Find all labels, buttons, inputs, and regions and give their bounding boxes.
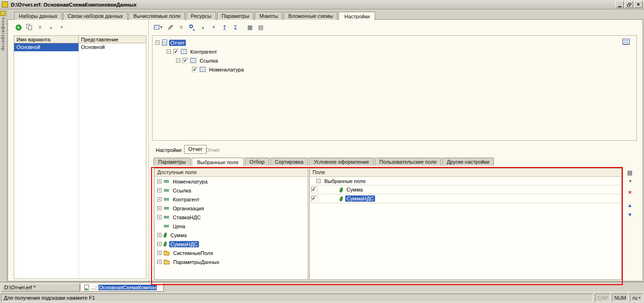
field-label[interactable]: Контрагент [171,196,201,203]
selected-field-row[interactable]: ✓ Сумма [310,185,621,194]
field-label[interactable]: ПараметрыДанных [172,259,221,265]
selected-fields-root-label[interactable]: Выбранные поля [323,178,367,184]
available-field-row[interactable]: Цена [154,222,308,231]
tree-node-label[interactable]: Контрагент [189,48,218,55]
field-label[interactable]: Сумма [169,232,188,239]
tab-calculated-fields[interactable]: Вычисляемые поля [129,12,185,20]
tab-resources[interactable]: Ресурсы [186,12,216,20]
tree-root-row[interactable]: − Отчет [155,38,634,47]
move-field-up-button[interactable]: ▲ [625,201,635,208]
move-variant-down-button[interactable]: ▼ [57,23,66,32]
remove-field-button[interactable]: × [625,189,635,196]
tab-conditional-appearance[interactable]: Условное оформление [309,158,373,166]
group-settings-button[interactable]: ▦ [245,23,255,32]
vertical-splitter[interactable] [148,20,149,281]
tab-parameters[interactable]: Параметры [153,158,191,166]
tab-selected-fields[interactable]: Выбранные поля [192,158,244,166]
node-checkbox[interactable]: ✓ [183,58,188,64]
expander-icon[interactable]: + [157,242,161,246]
node-checkbox[interactable]: ✓ [173,49,179,55]
collapse-panel-button[interactable]: ◂ [625,177,635,184]
delete-element-button[interactable]: × [177,23,186,32]
expander-icon[interactable]: + [157,179,161,183]
selected-fields-root-row[interactable]: − Выбранные поля [310,177,621,185]
field-label[interactable]: Цена [171,223,186,230]
tree-node-nomenklatura[interactable]: ✓ Номенклатура [155,65,634,74]
available-field-row[interactable]: + Контрагент [154,195,308,204]
window-tab-schema[interactable]: ...: ОсновнаяСхемаКомпон [81,283,164,292]
edit-element-button[interactable] [166,23,175,32]
expander-icon[interactable]: + [157,197,161,201]
variants-list-area[interactable] [14,51,146,279]
minimize-button[interactable] [615,1,624,8]
available-field-row[interactable]: + Ссылка [154,186,308,195]
expander-icon[interactable]: − [176,58,180,63]
expander-icon[interactable]: + [157,188,161,192]
language-indicator[interactable]: ru ▾ [630,294,643,302]
available-field-row[interactable]: + ПараметрыДанных [154,257,308,266]
tab-data-set-links[interactable]: Связи наборов данных [63,12,128,20]
variant-row[interactable]: Основной Основной [14,43,146,51]
layout-settings-button[interactable]: ▤ [256,23,266,32]
configurator-panel-tab[interactable]: Конфигуратор [1,17,6,51]
expander-icon[interactable]: − [316,179,321,183]
available-field-row[interactable]: + Номенклатура [154,177,308,186]
delete-variant-button[interactable]: × [35,23,45,32]
close-button[interactable]: × [634,1,643,8]
tab-data-sets[interactable]: Наборы данных [14,12,62,20]
tree-node-label[interactable]: Номенклатура [208,66,245,73]
find-button[interactable] [187,23,197,32]
move-element-up-button[interactable]: ▲ [198,23,208,32]
field-checkbox-cell[interactable]: ✓ [310,194,318,203]
available-field-row[interactable]: + Сумма [154,231,308,239]
available-field-row[interactable]: + СистемныеПоля [154,248,308,257]
window-tab-report-file[interactable]: D:\Отчет.erf * [1,283,80,292]
copy-variant-button[interactable] [24,23,34,32]
field-checkbox[interactable]: ✓ [311,187,317,192]
selected-field-row[interactable]: ✓ СуммаНДС [310,194,621,203]
tab-other-settings[interactable]: Другие настройки [442,158,494,166]
fields-menu-button[interactable]: ▤ [625,169,635,176]
expander-icon[interactable]: + [157,215,161,219]
tab-nested-schemas[interactable]: Вложенные схемы [283,12,338,20]
field-label[interactable]: Ссылка [171,187,193,194]
field-label[interactable]: Организация [171,205,205,212]
tab-filter[interactable]: Отбор [245,158,269,166]
available-field-row[interactable]: + Организация [154,204,308,213]
settings-current-chip[interactable]: Отчет [184,145,207,154]
field-checkbox-cell[interactable]: ✓ [310,185,318,194]
tab-settings[interactable]: Настройки [338,12,375,20]
expander-icon[interactable]: − [155,40,160,45]
add-element-button[interactable]: ▾ [152,23,164,32]
variant-name-cell[interactable]: Основной [14,43,79,51]
view-details-icon[interactable] [622,39,630,45]
restore-button[interactable] [625,1,633,8]
move-down-level-button[interactable]: ↧ [231,23,240,32]
tree-node-label[interactable]: Ссылка [198,57,219,64]
field-label-selected[interactable]: СуммаНДС [169,241,199,247]
add-variant-button[interactable]: + [14,23,23,32]
expander-icon[interactable]: + [157,206,161,210]
node-checkbox[interactable]: ✓ [192,67,198,72]
available-field-row[interactable]: + СтавкаНДС [154,213,308,222]
expander-icon[interactable]: + [157,233,161,237]
expander-icon[interactable]: − [167,49,171,54]
selected-field-label[interactable]: Сумма [345,186,364,193]
tree-node-ssylka[interactable]: − ✓ Ссылка [155,56,634,65]
move-up-level-button[interactable]: ↥ [220,23,229,32]
move-field-down-button[interactable]: ▼ [625,211,635,218]
selected-field-label-selected[interactable]: СуммаНДС [345,195,375,202]
expander-icon[interactable]: + [157,260,161,264]
available-field-row[interactable]: + СуммаНДС [154,239,308,248]
tab-user-fields[interactable]: Пользовательские поля [375,158,441,166]
tree-node-kontragent[interactable]: − ✓ Контрагент [155,47,634,56]
tab-parameters[interactable]: Параметры [217,12,254,20]
expander-icon[interactable]: + [157,251,161,255]
field-label[interactable]: СтавкаНДС [171,214,202,221]
field-checkbox[interactable]: ✓ [311,196,317,201]
tree-root-label[interactable]: Отчет [169,40,186,46]
move-variant-up-button[interactable]: ▲ [46,23,56,32]
field-label[interactable]: Номенклатура [171,178,209,185]
move-element-down-button[interactable]: ▼ [209,23,218,32]
field-label[interactable]: СистемныеПоля [172,250,214,256]
